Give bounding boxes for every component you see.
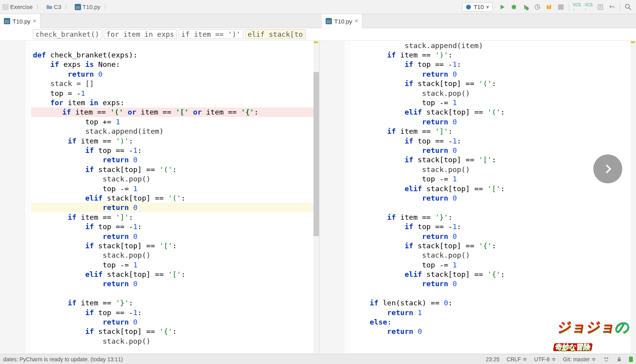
breadcrumb-folder[interactable]: C3〉	[44, 0, 72, 14]
code-line[interactable]: 13 if item == '(' or item == '[' or item…	[0, 108, 319, 117]
breadcrumb-file[interactable]: py T10.py〉	[72, 0, 112, 14]
concurrency-button[interactable]	[544, 2, 555, 13]
code-line[interactable]: 14 top += 1	[0, 117, 319, 126]
breadcrumb-project[interactable]: Exercise〉	[0, 0, 44, 14]
code-text[interactable]: if stack[top] == '[':	[351, 156, 636, 164]
memory-indicator[interactable]	[629, 357, 633, 362]
code-text[interactable]: stack.pop()	[351, 89, 636, 97]
code-line[interactable]: 23 return 0	[319, 117, 636, 126]
code-line[interactable]: 10 stack = []	[0, 79, 319, 88]
code-text[interactable]: if top == -1:	[351, 137, 636, 145]
run-button[interactable]	[497, 2, 508, 13]
editor-left[interactable]: 67def check_branket(exps):8 if exps is N…	[0, 41, 319, 353]
code-text[interactable]: return 0	[351, 194, 636, 202]
editor-right[interactable]: 15 stack.append(item)16 if item == ')':1…	[319, 41, 636, 353]
code-line[interactable]: 32	[0, 289, 319, 298]
code-line[interactable]: 30 elif stack[top] == '[':	[319, 184, 636, 193]
code-line[interactable]: 41	[319, 289, 636, 298]
code-line[interactable]: 25 if top == -1:	[319, 136, 636, 145]
code-line[interactable]: 46	[319, 336, 636, 346]
code-line[interactable]: 22 elif stack[top] == '(':	[0, 193, 319, 203]
code-line[interactable]: 39 elif stack[top] == '{':	[319, 269, 636, 279]
code-text[interactable]: if item == ']':	[31, 213, 319, 221]
code-line[interactable]: 28 stack.pop()	[319, 165, 636, 174]
code-text[interactable]: return 0	[31, 318, 319, 326]
code-text[interactable]: if top == -1:	[31, 308, 319, 317]
code-line[interactable]: 32	[319, 203, 636, 212]
code-text[interactable]: return 0	[31, 203, 319, 212]
fold-column[interactable]	[25, 41, 31, 353]
stop-button[interactable]	[555, 2, 566, 13]
code-line[interactable]: 30 elif stack[top] == '[':	[0, 269, 319, 279]
scrollbar[interactable]	[313, 41, 319, 353]
coverage-button[interactable]	[520, 2, 531, 13]
encoding[interactable]: UTF-8≑	[534, 356, 556, 362]
code-text[interactable]: if stack[top] == '(':	[31, 165, 319, 174]
code-text[interactable]: if stack[top] == '[':	[31, 242, 319, 250]
code-line[interactable]: 24 if item == ']':	[0, 212, 319, 222]
undo-button[interactable]	[607, 2, 618, 13]
code-line[interactable]: 23 return 0	[0, 203, 319, 212]
code-text[interactable]: elif stack[top] == '[':	[351, 185, 636, 193]
code-line[interactable]: 28 stack.pop()	[0, 251, 319, 260]
code-line[interactable]: 15 stack.append(item)	[0, 127, 319, 136]
code-text[interactable]: top -= 1	[31, 185, 319, 193]
code-line[interactable]: 36 if stack[top] == '{':	[0, 327, 319, 336]
vcs-history-button[interactable]	[595, 2, 606, 13]
code-line[interactable]: 17 if top == -1:	[319, 60, 636, 69]
code-text[interactable]: top = -1	[31, 89, 319, 97]
git-branch[interactable]: Git: master≑	[563, 356, 596, 362]
inspection-icon[interactable]	[603, 356, 609, 362]
code-text[interactable]: stack = []	[31, 79, 319, 88]
code-text[interactable]: if top == -1:	[351, 222, 636, 231]
code-text[interactable]: if stack[top] == '{':	[351, 242, 636, 250]
code-text[interactable]: top += 1	[31, 118, 319, 126]
code-line[interactable]: 17 if top == -1:	[0, 145, 319, 155]
code-line[interactable]: 21 top -= 1	[319, 98, 636, 107]
code-text[interactable]: stack.pop()	[31, 337, 319, 345]
code-text[interactable]: stack.append(item)	[351, 41, 636, 50]
code-line[interactable]: 12 for item in exps:	[0, 98, 319, 107]
code-text[interactable]: if top == -1:	[31, 222, 319, 231]
gutter[interactable]	[0, 41, 25, 353]
code-line[interactable]: 34 if top == -1:	[319, 222, 636, 231]
profile-button[interactable]	[532, 2, 543, 13]
code-line[interactable]: 15 stack.append(item)	[319, 41, 636, 50]
code-line[interactable]: 37 stack.pop()	[0, 336, 319, 346]
code-line[interactable]: 29 top -= 1	[319, 174, 636, 183]
fold-column[interactable]	[344, 41, 351, 353]
code-text[interactable]: if item == '}':	[31, 299, 319, 307]
code-line[interactable]: 21 top -= 1	[0, 184, 319, 193]
code-line[interactable]: 35 return 0	[319, 231, 636, 241]
code-line[interactable]: 20 stack.pop()	[0, 174, 319, 183]
code-line[interactable]: 33 if item == '}':	[0, 298, 319, 308]
code-text[interactable]: for item in exps:	[31, 99, 319, 107]
code-crumb-func[interactable]: check_branket()	[33, 29, 102, 39]
code-line[interactable]: 18 return 0	[319, 69, 636, 79]
debug-button[interactable]	[508, 2, 519, 13]
code-text[interactable]: if top == -1:	[351, 60, 636, 68]
vcs-update-button[interactable]: VCS↓	[571, 2, 582, 13]
code-line[interactable]: 11 top = -1	[0, 88, 319, 98]
code-line[interactable]: 27 if stack[top] == '[':	[319, 155, 636, 165]
code-text[interactable]: return 1	[351, 308, 636, 317]
caret-position[interactable]: 23:25	[486, 356, 499, 362]
code-text[interactable]: stack.pop()	[351, 251, 636, 259]
code-line[interactable]: 7def check_branket(exps):	[0, 50, 319, 59]
code-line[interactable]: 9 return 0	[0, 69, 319, 79]
code-text[interactable]: return 0	[31, 280, 319, 288]
code-text[interactable]: top -= 1	[31, 261, 319, 269]
code-text[interactable]: top -= 1	[351, 175, 636, 183]
code-text[interactable]: if stack[top] == '(':	[351, 79, 636, 88]
code-text[interactable]: return 0	[351, 70, 636, 78]
code-text[interactable]: return 0	[31, 156, 319, 164]
code-line[interactable]: 37 stack.pop()	[319, 251, 636, 260]
code-text[interactable]: if item == ')':	[31, 137, 319, 145]
code-text[interactable]: top -= 1	[351, 261, 636, 269]
code-line[interactable]: 6	[0, 41, 319, 50]
code-line[interactable]: 16 if item == ')':	[0, 136, 319, 145]
code-text[interactable]: stack.pop()	[31, 175, 319, 183]
close-icon[interactable]: ×	[355, 18, 358, 25]
run-config-select[interactable]: T10 ▾	[462, 2, 493, 12]
code-line[interactable]: 35 return 0	[0, 317, 319, 326]
